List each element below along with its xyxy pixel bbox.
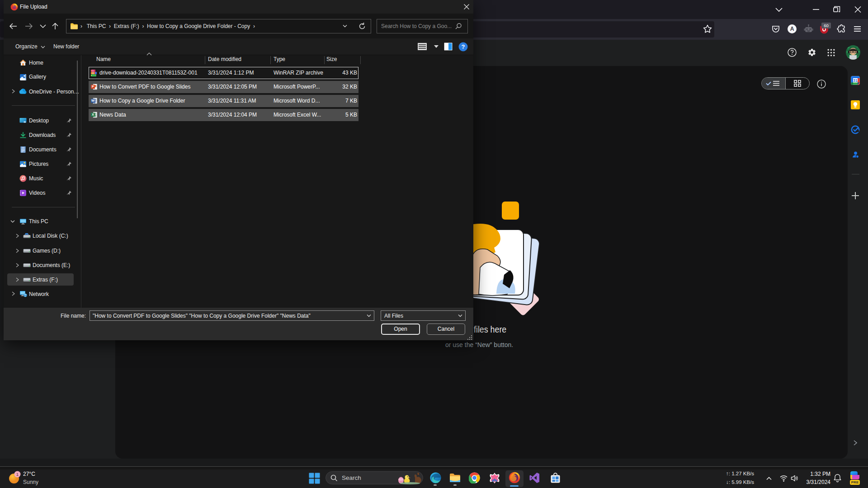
svg-text:P: P	[92, 84, 94, 89]
svg-text:1: 1	[16, 472, 19, 477]
svg-text:W: W	[91, 99, 95, 103]
svg-text:X: X	[92, 113, 94, 117]
svg-text:PRE: PRE	[851, 480, 859, 484]
svg-text:?: ?	[462, 43, 465, 50]
svg-text:31: 31	[853, 78, 858, 83]
svg-text:A: A	[790, 26, 794, 32]
